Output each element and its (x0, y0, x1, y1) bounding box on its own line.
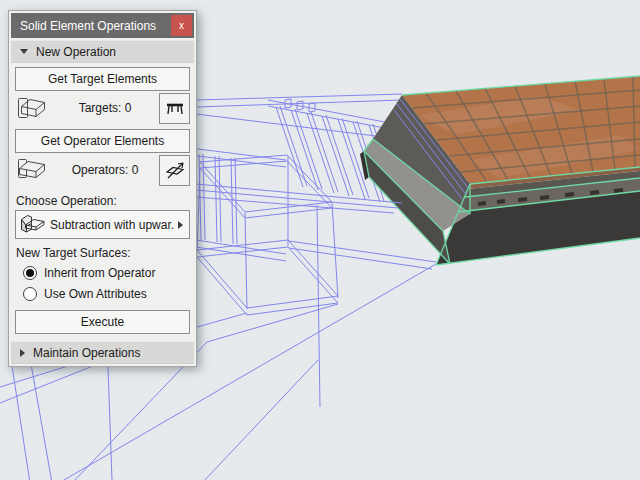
close-button[interactable]: x (171, 15, 192, 36)
new-target-surfaces-label: New Target Surfaces: (16, 246, 194, 260)
radio-inherit-from-operator[interactable]: Inherit from Operator (23, 265, 194, 281)
section-new-operation-label: New Operation (36, 45, 116, 59)
operators-count: Operators: 0 (51, 163, 159, 177)
solid-element-operations-dialog: Solid Element Operations x New Operation… (8, 10, 197, 367)
execute-button[interactable]: Execute (15, 310, 190, 334)
targets-count: Targets: 0 (51, 101, 159, 115)
radio-button-icon (23, 287, 37, 301)
target-elements-icon (15, 93, 51, 123)
slab-arrow-icon (164, 159, 186, 181)
radio-own-attributes-label: Use Own Attributes (44, 287, 147, 301)
section-maintain-operations[interactable]: Maintain Operations (11, 341, 194, 364)
radio-button-icon (23, 266, 37, 280)
operation-dropdown-value: Subtraction with upwar... (50, 218, 174, 232)
chevron-right-icon (178, 221, 183, 229)
execute-label: Execute (81, 315, 124, 329)
dialog-title: Solid Element Operations (20, 19, 171, 33)
chevron-down-icon (20, 49, 28, 54)
operators-row: Operators: 0 (11, 153, 194, 187)
radio-inherit-label: Inherit from Operator (44, 266, 155, 280)
choose-operation-label: Choose Operation: (16, 194, 194, 208)
close-icon: x (179, 20, 184, 31)
table-icon (164, 97, 186, 119)
section-new-operation[interactable]: New Operation (11, 40, 194, 63)
get-target-elements-button[interactable]: Get Target Elements (15, 67, 190, 91)
chevron-right-icon (20, 349, 25, 357)
operator-elements-icon (15, 155, 51, 185)
subtraction-operation-icon (18, 212, 46, 238)
get-operator-elements-label: Get Operator Elements (41, 134, 164, 148)
pick-operators-button[interactable] (159, 155, 190, 186)
section-maintain-operations-label: Maintain Operations (33, 346, 140, 360)
application-window: Solid Element Operations x New Operation… (0, 0, 640, 480)
pick-targets-button[interactable] (159, 93, 190, 124)
radio-use-own-attributes[interactable]: Use Own Attributes (23, 286, 194, 302)
targets-row: Targets: 0 (11, 91, 194, 125)
operation-dropdown[interactable]: Subtraction with upwar... (15, 210, 190, 239)
get-target-elements-label: Get Target Elements (48, 72, 157, 86)
dialog-titlebar[interactable]: Solid Element Operations x (11, 13, 194, 38)
get-operator-elements-button[interactable]: Get Operator Elements (15, 129, 190, 153)
